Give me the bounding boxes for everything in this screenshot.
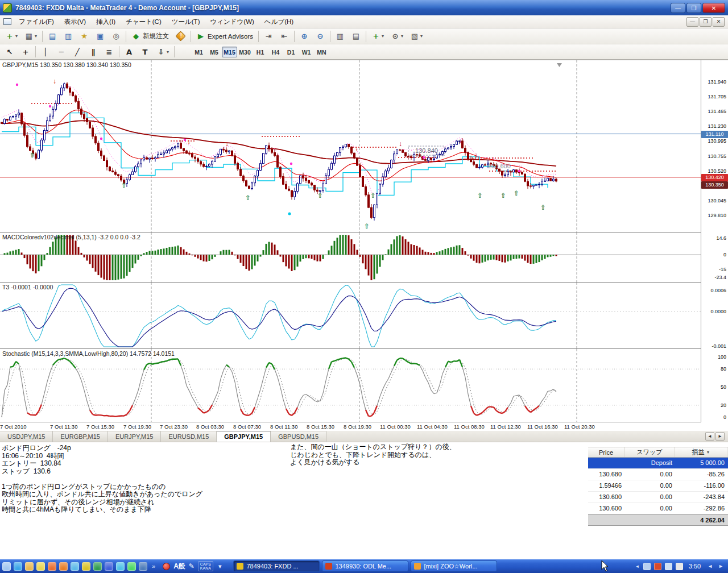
terminal-column-header[interactable]: 損益▼	[675, 447, 727, 457]
ime-icon[interactable]	[163, 563, 170, 570]
music-player-icon[interactable]	[71, 562, 79, 571]
cascade-windows-button[interactable]: ▤	[349, 30, 363, 43]
tray-volume[interactable]	[676, 563, 683, 570]
title-bar[interactable]: 7849403: FXDD Malta - MetaTrader 4 - Dem…	[0, 0, 728, 15]
close-button[interactable]: ✕	[702, 3, 725, 13]
navigator-button[interactable]: ★	[77, 30, 92, 43]
child-close-button[interactable]: ✕	[713, 17, 725, 27]
menu-item[interactable]: ヘルプ(H)	[259, 16, 299, 28]
arrows-tool-button[interactable]: ⇩▾	[154, 45, 172, 58]
timeframe-m1-button[interactable]: M1	[191, 47, 206, 57]
tray-arrow-right[interactable]: ►	[717, 563, 725, 569]
text-tool-button[interactable]: A	[122, 45, 136, 58]
skype-icon[interactable]	[116, 562, 125, 571]
chart-tab-eurusd[interactable]: EURUSD,M15	[161, 431, 217, 442]
expert-advisors-button[interactable]: ▶Expert Advisors	[193, 30, 256, 43]
language-bar-options-icon[interactable]: ▾	[217, 563, 224, 570]
timeframe-m30-button[interactable]: M30	[237, 47, 253, 57]
ime-pen-icon[interactable]: ✎	[189, 562, 195, 570]
time-axis[interactable]: 7 Oct 20107 Oct 11:307 Oct 15:307 Oct 19…	[0, 422, 701, 431]
market-watch-button[interactable]: ▤	[45, 30, 60, 43]
timeframe-h1-button[interactable]: H1	[253, 47, 268, 57]
timeframe-w1-button[interactable]: W1	[299, 47, 314, 57]
terminal-column-header[interactable]: スワップ	[624, 447, 675, 457]
templates-button[interactable]: ▧▾	[407, 30, 425, 43]
internet-explorer-icon[interactable]	[14, 562, 22, 571]
photo-editor-icon[interactable]	[139, 562, 147, 571]
mail-client-icon[interactable]	[25, 562, 34, 571]
zoom-out-button[interactable]: ⊖	[313, 30, 328, 43]
horizontal-line-tool-button[interactable]: ─	[54, 45, 69, 58]
channel-tool-button[interactable]: ∥	[86, 45, 101, 58]
chart-tab-gbpjpy[interactable]: GBPJPY,M15	[217, 431, 271, 442]
word-processor-icon[interactable]	[105, 562, 113, 571]
terminal-total-row[interactable]: 4 262.04	[588, 514, 728, 526]
menu-item[interactable]: チャート(C)	[121, 16, 167, 28]
menu-item[interactable]: 挿入(I)	[91, 16, 121, 28]
data-window-button[interactable]: ▥	[61, 30, 76, 43]
terminal-position-row[interactable]: 130.6800.00-85.26	[588, 469, 728, 480]
minimize-button[interactable]: —	[671, 3, 685, 13]
timeframe-m5-button[interactable]: M5	[206, 47, 222, 57]
macd-panel[interactable]: MACDColoredv102decimal (5,13,1) -3.2 0.0…	[0, 232, 701, 283]
chart-tab-usdjpy[interactable]: USDJPY,M15	[0, 431, 53, 442]
alert-button[interactable]: !	[173, 30, 188, 43]
media-player-icon[interactable]	[48, 562, 56, 571]
firefox-icon[interactable]	[59, 562, 68, 571]
chart-tab-eurjpy[interactable]: EURJPY,M15	[108, 431, 161, 442]
quick-launch-overflow-chevron[interactable]: »	[150, 563, 157, 570]
fibonacci-tool-button[interactable]: ≡	[102, 45, 117, 58]
terminal-column-header[interactable]: Price	[588, 447, 624, 457]
new-order-button[interactable]: ◆新規注文	[129, 30, 172, 43]
menu-item[interactable]: ウィンドウ(W)	[205, 16, 259, 28]
child-minimize-button[interactable]: —	[686, 17, 698, 27]
crosshair-tool-button[interactable]: +	[18, 45, 33, 58]
trendline-tool-button[interactable]: ╱	[70, 45, 85, 58]
timeframe-m15-button[interactable]: M15	[222, 47, 237, 57]
text-label-tool-button[interactable]: T	[138, 45, 152, 58]
vertical-line-tool-button[interactable]: │	[38, 45, 53, 58]
main-chart-canvas[interactable]: ⇧⇧⇧⇧⇧⇧⇧⇧⇧⇧↓↓↓↓↓↓↓↓130.840130.600	[0, 60, 701, 232]
taskbar-window-button[interactable]: [mixi] ZOO☆Worl...	[411, 560, 497, 572]
terminal-position-row[interactable]: 1.594660.00-116.00	[588, 480, 728, 492]
stochastic-panel[interactable]: Stochastic (M15,14,3,3,SMMA,Low/High,80,…	[0, 349, 701, 422]
main-chart-panel[interactable]: GBPJPY,M15 130.350 130.380 130.340 130.3…	[0, 60, 701, 232]
spreadsheet-icon[interactable]	[93, 562, 102, 571]
chart-shift-button[interactable]: ⇤	[277, 30, 292, 43]
tray-network[interactable]	[665, 563, 672, 570]
indicators-button[interactable]: +▾	[369, 30, 387, 43]
cursor-tool-button[interactable]: ↖	[2, 45, 17, 58]
tray-antivirus[interactable]	[654, 563, 661, 570]
menu-item[interactable]: ファイル(F)	[14, 16, 59, 28]
strategy-tester-button[interactable]: ◎	[109, 30, 123, 43]
taskbar-window-button[interactable]: 7849403: FXDD ...	[233, 560, 320, 572]
price-axis[interactable]: 131.940131.705131.465131.230130.995130.7…	[701, 60, 728, 422]
winamp-icon[interactable]	[82, 562, 90, 571]
timeframe-mn-button[interactable]: MN	[314, 47, 329, 57]
tile-windows-button[interactable]: ▥	[333, 30, 348, 43]
timeframe-d1-button[interactable]: D1	[283, 47, 299, 57]
menu-item[interactable]: 表示(V)	[59, 16, 91, 28]
tab-scroll-right-button[interactable]: ►	[715, 432, 725, 441]
tab-scroll-left-button[interactable]: ◄	[705, 432, 714, 441]
auto-scroll-button[interactable]: ⇥	[261, 30, 276, 43]
terminal-position-row[interactable]: 130.6000.00-243.84	[588, 492, 728, 503]
tray-display[interactable]	[643, 563, 651, 570]
zoom-in-button[interactable]: ⊕	[297, 30, 312, 43]
tray-hidden-chevron[interactable]: ◂	[635, 563, 640, 569]
chart-window-icon[interactable]	[3, 18, 11, 25]
taskbar-window-button[interactable]: 1349930: ODL Me...	[322, 560, 408, 572]
terminal-deposit-row[interactable]: Deposit5 000.00	[588, 458, 728, 469]
t3-canvas[interactable]	[0, 283, 701, 349]
ime-mode-indicator[interactable]: A般	[173, 562, 185, 571]
chart-tab-gbpusd[interactable]: GBPUSD,M15	[271, 431, 326, 442]
show-desktop-icon[interactable]	[2, 562, 11, 571]
profiles-button[interactable]: ▦▾	[22, 30, 40, 43]
menu-item[interactable]: ツール(T)	[167, 16, 205, 28]
periods-button[interactable]: ⊙▾	[388, 30, 406, 43]
chart-tab-eurgbp[interactable]: EURGBP,M15	[53, 431, 108, 442]
new-chart-button[interactable]: +▾	[2, 30, 20, 43]
tray-arrow-left[interactable]: ◄	[706, 563, 714, 569]
stochastic-canvas[interactable]	[0, 349, 701, 422]
child-restore-button[interactable]: ❐	[700, 17, 712, 27]
